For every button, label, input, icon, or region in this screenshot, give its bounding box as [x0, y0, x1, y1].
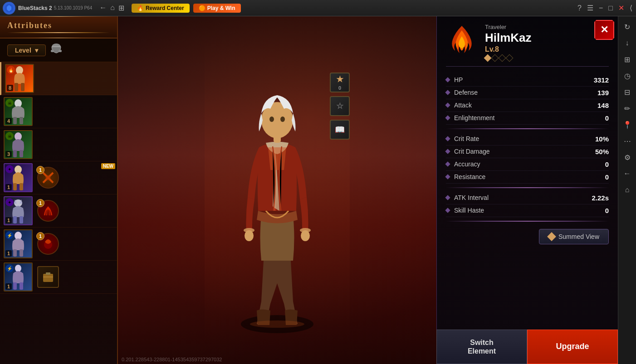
- stat-row-skill-haste: Skill Haste 0: [446, 204, 609, 217]
- char-element-icon: [446, 24, 478, 60]
- svg-rect-24: [20, 216, 23, 223]
- svg-point-44: [300, 228, 311, 233]
- svg-rect-32: [20, 282, 23, 290]
- upgrade-button[interactable]: Upgrade: [527, 330, 618, 364]
- summed-view-button[interactable]: Summed View: [539, 229, 609, 244]
- stat-row-accuracy: Accuracy 0: [446, 158, 609, 171]
- char-element-badge-3: ☠: [5, 132, 14, 140]
- sidebar-download-icon[interactable]: ↓: [621, 36, 634, 50]
- action-buttons: Switch Element Upgrade: [436, 330, 618, 364]
- skill-level-1: 1: [36, 166, 44, 174]
- stat-row-defense: Defense 139: [446, 87, 609, 99]
- floating-badge-star: ★ 0: [330, 73, 350, 92]
- character-list-item-7[interactable]: ⚡ 1: [0, 261, 117, 294]
- helmet-icon[interactable]: [49, 42, 63, 58]
- floating-badge-book: 📖: [330, 120, 350, 140]
- stat-name-crit-rate: Crit Rate: [454, 135, 595, 142]
- stat-row-atk-interval: ATK Interval 2.22s: [446, 192, 609, 204]
- inventory-icon[interactable]: [37, 266, 59, 288]
- close-window-icon[interactable]: ✕: [618, 4, 624, 12]
- skill-icon-claw[interactable]: 1: [37, 200, 59, 222]
- switch-element-line2: Element: [445, 347, 519, 355]
- sidebar-grid-icon[interactable]: ⊞: [621, 53, 634, 66]
- character-list-item-2[interactable]: ☠ 4: [0, 95, 117, 128]
- reward-icon: 🔥: [137, 5, 144, 11]
- sidebar-refresh-icon[interactable]: ↻: [621, 20, 634, 34]
- switch-element-button[interactable]: Switch Element: [436, 330, 527, 364]
- stat-value-skill-haste: 0: [605, 207, 609, 214]
- window-controls: ? ☰ − □ ✕ ⟨: [577, 4, 632, 12]
- char-level-badge-7: 1: [5, 283, 12, 290]
- char-type-label: Traveler: [485, 24, 609, 30]
- svg-point-25: [45, 210, 51, 215]
- stat-bullet-attack: [445, 102, 450, 107]
- reward-center-button[interactable]: 🔥 Reward Center: [132, 4, 190, 13]
- sidebar-edit-icon[interactable]: ✏: [621, 102, 634, 115]
- stat-name-skill-haste: Skill Haste: [454, 207, 605, 214]
- character-list-item-4[interactable]: ✦ 1 NEW 1: [0, 161, 117, 194]
- stat-bullet-accuracy: [445, 161, 450, 166]
- char-info-section: Traveler HilmKaz Lv.8: [485, 24, 609, 61]
- stat-value-resistance: 0: [605, 173, 609, 181]
- stat-row-crit-damage: Crit Damage 50%: [446, 146, 609, 158]
- skill-icon-orb[interactable]: 1: [37, 233, 59, 255]
- stat-bullet-crit-rate: [445, 136, 450, 141]
- stat-value-crit-damage: 50%: [595, 148, 609, 155]
- stat-value-accuracy: 0: [605, 160, 609, 168]
- sidebar-time-icon[interactable]: ◷: [621, 69, 634, 83]
- stat-bullet-skill-haste: [445, 208, 450, 213]
- stat-value-hp: 3312: [594, 76, 609, 84]
- character-list-item-3[interactable]: ☠ 3: [0, 128, 117, 161]
- home-nav-icon[interactable]: ⌂: [110, 4, 115, 12]
- play-win-icon: 🟠: [199, 5, 205, 11]
- star-diamond-1: [484, 54, 492, 62]
- summed-view-label: Summed View: [558, 233, 599, 240]
- character-list-item-6[interactable]: ⚡ 1 1: [0, 228, 117, 261]
- svg-rect-2: [51, 50, 54, 52]
- skill-level-3: 1: [36, 232, 44, 240]
- reward-center-label: Reward Center: [146, 5, 184, 11]
- char-level-badge-6: 1: [5, 250, 12, 257]
- menu-icon[interactable]: ☰: [587, 4, 593, 12]
- diamond-icon: [547, 232, 556, 241]
- svg-point-42: [280, 116, 285, 122]
- stat-row-attack: Attack 148: [446, 99, 609, 112]
- maximize-icon[interactable]: □: [608, 4, 613, 12]
- sidebar-settings-icon[interactable]: ⚙: [621, 150, 634, 164]
- skill-icon-sword[interactable]: 1: [37, 167, 59, 189]
- back-arrow-icon[interactable]: ⟨: [630, 4, 632, 12]
- minimize-icon[interactable]: −: [599, 4, 603, 12]
- stat-value-crit-rate: 10%: [595, 135, 609, 143]
- char-stars: [485, 55, 609, 61]
- back-nav-icon[interactable]: ←: [99, 4, 107, 12]
- stat-name-hp: HP: [454, 76, 594, 83]
- svg-rect-34: [46, 272, 50, 275]
- stat-value-atk-interval: 2.22s: [592, 194, 609, 202]
- apps-nav-icon[interactable]: ⊞: [118, 4, 124, 12]
- sidebar-back-icon[interactable]: ←: [621, 167, 634, 180]
- stat-bullet-enlightenment: [445, 115, 450, 120]
- help-icon[interactable]: ?: [577, 4, 582, 12]
- level-label: Level: [15, 47, 31, 54]
- play-win-button[interactable]: 🟠 Play & Win: [193, 4, 241, 13]
- svg-rect-31: [13, 282, 17, 290]
- char-element-badge-5: ✦: [5, 198, 14, 206]
- svg-point-19: [45, 175, 51, 180]
- stats-container: HP 3312 Defense 139 Attack 148 Enlighten…: [446, 74, 609, 248]
- sidebar-more-icon[interactable]: ⋯: [621, 134, 634, 148]
- level-dropdown[interactable]: Level ▾: [7, 44, 46, 56]
- stat-bullet-hp: [445, 77, 450, 82]
- svg-rect-7: [21, 83, 24, 91]
- stat-name-accuracy: Accuracy: [454, 160, 605, 168]
- sidebar-home-icon[interactable]: ⌂: [621, 183, 634, 197]
- character-list-item-1[interactable]: 🔥 8: [0, 62, 117, 95]
- sidebar-layout-icon[interactable]: ⊟: [621, 85, 634, 99]
- svg-rect-3: [59, 50, 62, 52]
- game-close-button[interactable]: ✕: [594, 20, 614, 40]
- attributes-header: Attributes: [0, 16, 117, 39]
- left-panel: Attributes Level ▾: [0, 16, 118, 364]
- sidebar-pin-icon[interactable]: 📍: [621, 118, 634, 131]
- char-silhouette: ★ 0 ☆ 📖: [205, 36, 350, 345]
- stat-row-hp: HP 3312: [446, 74, 609, 87]
- character-list-item-5[interactable]: ✦ 1 1: [0, 194, 117, 228]
